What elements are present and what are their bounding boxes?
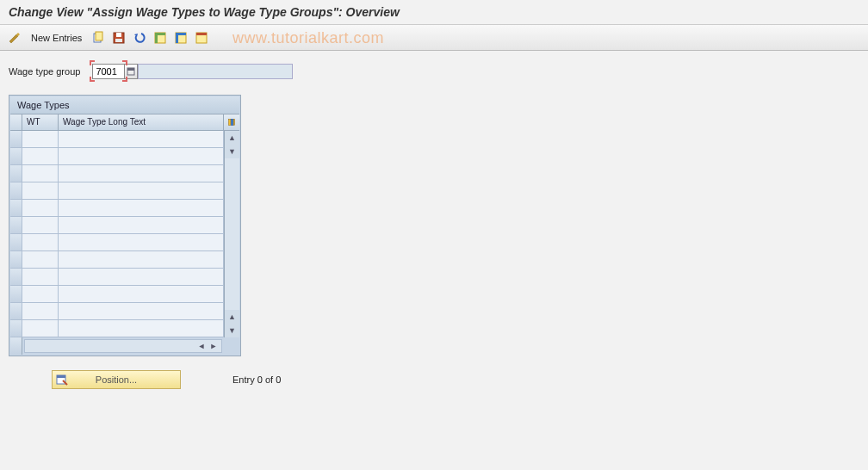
toolbar: New Entries bbox=[0, 25, 868, 51]
scroll-down-end-icon[interactable]: ▼ bbox=[226, 324, 239, 337]
table-rows bbox=[10, 131, 224, 337]
table-config-button[interactable] bbox=[224, 114, 239, 130]
entry-count-text: Entry 0 of 0 bbox=[232, 374, 281, 385]
col-header-wt[interactable]: WT bbox=[22, 114, 59, 130]
table-row[interactable] bbox=[10, 182, 224, 200]
svg-rect-19 bbox=[57, 375, 65, 378]
table-row[interactable] bbox=[10, 234, 224, 251]
table-row[interactable] bbox=[10, 251, 224, 269]
table-row[interactable] bbox=[10, 217, 224, 234]
svg-rect-7 bbox=[155, 33, 158, 43]
scroll-left-icon[interactable]: ◄ bbox=[195, 340, 208, 352]
svg-rect-3 bbox=[116, 33, 121, 37]
col-header-longtext[interactable]: Wage Type Long Text bbox=[59, 114, 224, 130]
page-title: Change View "Assign Wage Types to Wage T… bbox=[0, 0, 868, 25]
position-icon bbox=[56, 374, 68, 386]
delimit-icon[interactable] bbox=[194, 30, 209, 46]
wage-type-group-desc bbox=[138, 64, 293, 79]
svg-rect-12 bbox=[196, 33, 207, 35]
undo-icon[interactable] bbox=[132, 30, 147, 46]
table-row[interactable] bbox=[10, 286, 224, 303]
scroll-right-icon[interactable]: ► bbox=[208, 340, 220, 352]
position-label: Position... bbox=[96, 374, 137, 385]
svg-rect-15 bbox=[229, 120, 231, 126]
select-all-icon[interactable] bbox=[152, 30, 168, 46]
table-title: Wage Types bbox=[10, 96, 239, 114]
vertical-scrollbar[interactable]: ▲ ▼ ▲ ▼ bbox=[224, 131, 239, 337]
position-button[interactable]: Position... bbox=[52, 370, 181, 389]
wage-type-group-input[interactable] bbox=[92, 64, 125, 79]
scroll-up-end-icon[interactable]: ▲ bbox=[226, 310, 239, 324]
svg-rect-1 bbox=[96, 32, 102, 40]
new-entries-button[interactable]: New Entries bbox=[28, 33, 85, 43]
table-row[interactable] bbox=[10, 320, 224, 337]
table-row[interactable] bbox=[10, 200, 224, 217]
change-toggle-icon[interactable] bbox=[7, 30, 22, 46]
scroll-up-icon[interactable]: ▲ bbox=[226, 131, 239, 145]
table-row[interactable] bbox=[10, 131, 224, 148]
table-row[interactable] bbox=[10, 148, 224, 165]
col-header-selector[interactable] bbox=[10, 114, 22, 130]
wage-types-table: Wage Types WT Wage Type Long Text bbox=[9, 95, 241, 356]
svg-rect-16 bbox=[231, 120, 232, 126]
wage-type-group-row: Wage type group bbox=[9, 63, 859, 79]
table-row[interactable] bbox=[10, 165, 224, 182]
svg-rect-14 bbox=[127, 68, 134, 71]
save-icon[interactable] bbox=[111, 30, 127, 46]
copy-icon[interactable] bbox=[90, 30, 106, 46]
svg-rect-17 bbox=[233, 120, 234, 126]
wage-type-group-label: Wage type group bbox=[9, 66, 80, 77]
table-row[interactable] bbox=[10, 303, 224, 320]
deselect-all-icon[interactable] bbox=[173, 30, 189, 46]
svg-rect-10 bbox=[176, 33, 178, 43]
horizontal-scrollbar[interactable]: ◄ ► bbox=[24, 339, 222, 353]
table-row[interactable] bbox=[10, 269, 224, 286]
svg-rect-4 bbox=[115, 39, 122, 42]
scroll-down-icon[interactable]: ▼ bbox=[226, 145, 239, 158]
